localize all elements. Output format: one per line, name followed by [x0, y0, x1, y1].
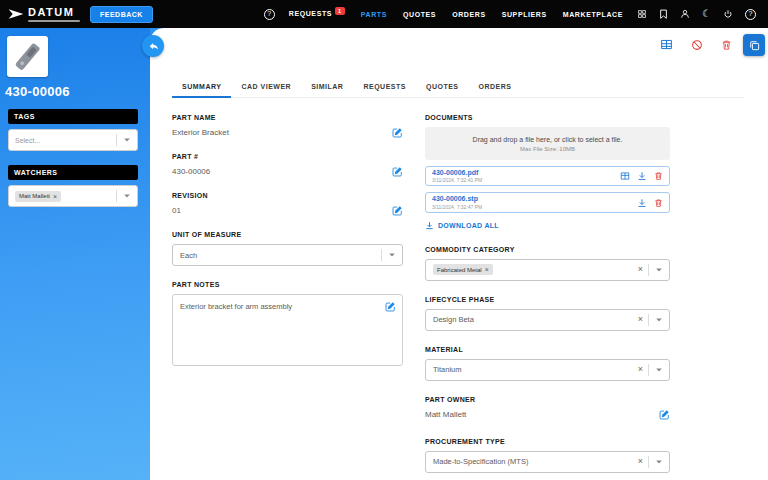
material-select[interactable]: Titanium ×: [425, 359, 670, 381]
part-sidebar: 430-00006 TAGS Select... WATCHERS Matt M…: [0, 28, 150, 480]
tags-header: TAGS: [8, 109, 138, 124]
clone-part-button[interactable]: [743, 34, 765, 56]
trash-icon: [654, 171, 663, 181]
delete-file-button[interactable]: [654, 198, 663, 208]
watchers-select[interactable]: Matt Mallett ×: [8, 185, 138, 207]
remove-commodity-icon[interactable]: ×: [485, 266, 489, 273]
back-arrow-icon: [148, 41, 159, 52]
download-all-link[interactable]: DOWNLOAD ALL: [425, 221, 499, 230]
dark-mode-moon-icon[interactable]: ☾: [702, 9, 711, 19]
dropzone-max-size: Max File Size: 10MB: [431, 146, 664, 152]
trash-icon: [721, 39, 732, 51]
delete-part-button[interactable]: [721, 39, 732, 51]
tab-summary[interactable]: SUMMARY: [172, 78, 231, 98]
part-action-bar: [660, 38, 732, 51]
download-icon: [425, 221, 434, 230]
material-label: MATERIAL: [425, 346, 670, 353]
uom-value: Each: [180, 251, 197, 260]
download-file-button[interactable]: [637, 171, 647, 181]
nav-parts[interactable]: PARTS: [361, 11, 387, 18]
edit-notes-button[interactable]: [385, 301, 396, 312]
file-link-stp[interactable]: 430-00006.stp: [432, 195, 482, 203]
apps-grid-icon[interactable]: [637, 9, 647, 19]
part-number-value: 430-00006: [172, 167, 210, 176]
edit-part-number-button[interactable]: [392, 166, 403, 177]
watchers-header: WATCHERS: [8, 165, 138, 180]
clear-icon[interactable]: ×: [633, 265, 648, 274]
pencil-icon: [659, 409, 670, 420]
nav-marketplace[interactable]: MARKETPLACE: [563, 11, 623, 18]
summary-left-column: PART NAME Exterior Bracket PART # 430-00…: [172, 114, 403, 480]
revision-label: REVISION: [172, 192, 403, 199]
delete-file-button[interactable]: [654, 171, 663, 181]
watcher-chip-label: Matt Mallett: [19, 193, 50, 199]
uom-label: UNIT OF MEASURE: [172, 231, 403, 238]
file-timestamp: 3/11/2024, 7:32:41 PM: [432, 177, 482, 183]
tab-orders[interactable]: ORDERS: [469, 78, 522, 98]
deactivate-part-button[interactable]: [691, 39, 703, 51]
table-icon: [620, 171, 630, 181]
help-icon[interactable]: ?: [745, 9, 756, 20]
uom-select[interactable]: Each: [172, 244, 403, 266]
procurement-type-label: PROCUREMENT TYPE: [425, 438, 670, 445]
file-dropzone[interactable]: Drag and drop a file here, or click to s…: [425, 127, 670, 160]
dropzone-instructions: Drag and drop a file here, or click to s…: [431, 136, 664, 143]
info-icon[interactable]: ?: [264, 9, 275, 20]
back-button[interactable]: [142, 35, 164, 57]
view-file-button[interactable]: [620, 171, 630, 181]
bom-table-button[interactable]: [660, 38, 673, 51]
chevron-down-icon[interactable]: [117, 136, 137, 144]
edit-part-name-button[interactable]: [392, 127, 403, 138]
procurement-type-select[interactable]: Made-to-Specification (MTS) ×: [425, 451, 670, 473]
nav-quotes[interactable]: QUOTES: [403, 11, 436, 18]
logo-arrow-icon: [8, 7, 24, 21]
part-notes-label: PART NOTES: [172, 281, 403, 288]
trash-icon: [654, 198, 663, 208]
tab-quotes[interactable]: QUOTES: [416, 78, 469, 98]
commodity-chip-label: Fabricated Metal: [437, 267, 482, 273]
remove-watcher-icon[interactable]: ×: [53, 193, 57, 200]
chevron-down-icon[interactable]: [649, 316, 669, 324]
feedback-button[interactable]: FEEDBACK: [90, 6, 153, 23]
commodity-category-select[interactable]: Fabricated Metal × ×: [425, 259, 670, 281]
tags-select[interactable]: Select...: [8, 129, 138, 151]
pencil-icon: [392, 166, 403, 177]
datum-logo[interactable]: DATUM: [8, 7, 80, 22]
tab-similar[interactable]: SIMILAR: [301, 78, 353, 98]
edit-revision-button[interactable]: [392, 205, 403, 216]
tags-placeholder: Select...: [15, 137, 116, 144]
chevron-down-icon[interactable]: [382, 251, 402, 259]
lifecycle-phase-select[interactable]: Design Beta ×: [425, 309, 670, 331]
file-link-pdf[interactable]: 430-00006.pdf: [432, 169, 482, 177]
procurement-type-value: Made-to-Specification (MTS): [433, 457, 528, 466]
nav-requests[interactable]: REQUESTS 1: [289, 10, 345, 18]
file-row-stp: 430-00006.stp 3/11/2024, 7:32:47 PM: [425, 192, 670, 212]
chevron-down-icon[interactable]: [649, 266, 669, 274]
topbar-icon-group: ☾ ?: [637, 9, 756, 20]
part-notes-textarea[interactable]: Exterior bracket for arm assembly: [172, 294, 403, 366]
power-icon[interactable]: [723, 9, 733, 19]
file-timestamp: 3/11/2024, 7:32:47 PM: [432, 204, 482, 210]
commodity-category-label: COMMODITY CATEGORY: [425, 246, 670, 253]
edit-part-owner-button[interactable]: [659, 409, 670, 420]
chevron-down-icon[interactable]: [649, 366, 669, 374]
clear-icon[interactable]: ×: [633, 315, 648, 324]
chevron-down-icon[interactable]: [117, 192, 137, 200]
chevron-down-icon[interactable]: [649, 458, 669, 466]
part-number-label: PART #: [172, 153, 403, 160]
tab-cad-viewer[interactable]: CAD VIEWER: [231, 78, 301, 98]
commodity-chip: Fabricated Metal ×: [433, 264, 493, 275]
clear-icon[interactable]: ×: [633, 457, 648, 466]
clear-icon[interactable]: ×: [633, 365, 648, 374]
nav-suppliers[interactable]: SUPPLIERS: [502, 11, 547, 18]
download-all-label: DOWNLOAD ALL: [438, 222, 499, 229]
user-icon[interactable]: [680, 9, 690, 19]
tab-requests[interactable]: REQUESTS: [353, 78, 416, 98]
lifecycle-phase-value: Design Beta: [433, 315, 474, 324]
download-file-button[interactable]: [637, 198, 647, 208]
brand-tagline: [28, 20, 80, 22]
bookmark-icon[interactable]: [659, 9, 668, 19]
part-thumbnail: [7, 36, 48, 77]
nav-orders[interactable]: ORDERS: [452, 11, 486, 18]
main-nav: REQUESTS 1 PARTS QUOTES ORDERS SUPPLIERS…: [289, 10, 623, 18]
